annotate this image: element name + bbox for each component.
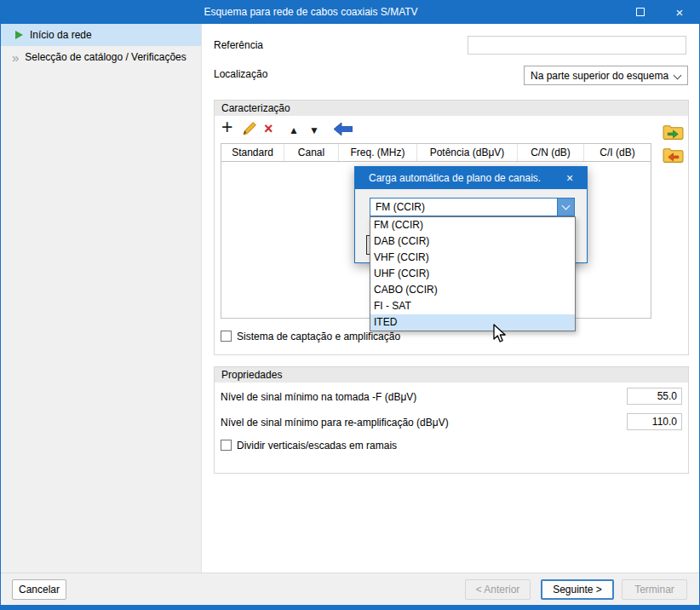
folder-red-arrow-icon [663, 146, 684, 164]
window-title: Esquema para rede de cabos coaxiais S/MA… [1, 6, 621, 18]
nivel-reamplificacao-label: Nível de sinal mínimo para re-amplificaç… [221, 417, 449, 429]
edit-button[interactable] [242, 120, 258, 138]
nivel-tomada-label: Nível de sinal mínimo na tomada -F (dBμV… [221, 391, 416, 403]
cancel-button[interactable]: Cancelar [12, 579, 66, 600]
localizacao-dropdown[interactable]: Na parte superior do esquema [524, 66, 688, 85]
sistema-captacao-label: Sistema de captação e amplificação [237, 331, 400, 342]
column-header-freq: Freq. (MHz) [339, 144, 417, 161]
sidebar-item-label: Selecção de catálogo / Verificações [25, 51, 186, 63]
sistema-captacao-checkbox[interactable] [221, 331, 232, 342]
titlebar: Esquema para rede de cabos coaxiais S/MA… [1, 0, 699, 24]
maximize-button[interactable] [621, 0, 660, 24]
option-vhf-ccir[interactable]: VHF (CCIR) [370, 250, 575, 266]
sidebar-item-seleccao-catalogo[interactable]: » Selecção de catálogo / Verificações [1, 46, 201, 68]
channels-table-header: Standard Canal Freq. (MHz) Potência (dBμ… [221, 144, 651, 162]
sidebar-item-label: Início da rede [30, 29, 92, 41]
dialog-window: Esquema para rede de cabos coaxiais S/MA… [0, 0, 700, 610]
move-down-button[interactable]: ▼ [309, 125, 319, 135]
dropdown-open-button[interactable] [557, 199, 574, 216]
plano-canais-options-list: FM (CCIR) DAB (CCIR) VHF (CCIR) UHF (CCI… [370, 216, 576, 331]
export-catalog-button[interactable] [662, 145, 684, 164]
option-dab-ccir[interactable]: DAB (CCIR) [370, 233, 575, 250]
finish-button[interactable]: Terminar [622, 579, 687, 600]
modal-close-button[interactable]: × [559, 170, 580, 186]
referencia-input[interactable] [468, 36, 686, 55]
caracterizacao-group-title: Caracterização [215, 101, 688, 116]
back-arrow-button[interactable] [334, 123, 353, 137]
plano-canais-dropdown[interactable]: FM (CCIR) [370, 198, 575, 216]
localizacao-label: Localização [214, 68, 267, 80]
play-icon [15, 31, 23, 39]
modal-titlebar: Carga automática de plano de canais. × [355, 167, 587, 189]
chevrons-icon: » [12, 50, 19, 65]
option-cabo-ccir[interactable]: CABO (CCIR) [370, 282, 575, 298]
nivel-reamplificacao-input[interactable]: 110.0 [627, 413, 682, 430]
folder-green-arrow-icon [663, 123, 684, 141]
column-header-potencia: Potência (dBμV) [417, 144, 518, 161]
option-fi-sat[interactable]: FI - SAT [370, 298, 575, 314]
localizacao-value: Na parte superior do esquema [531, 70, 668, 82]
option-uhf-ccir[interactable]: UHF (CCIR) [370, 266, 575, 282]
move-up-button[interactable]: ▲ [289, 125, 299, 135]
dividir-verticais-checkbox[interactable] [221, 440, 232, 451]
mouse-cursor [492, 324, 511, 344]
delete-button[interactable]: × [264, 121, 273, 136]
sidebar-item-inicio-da-rede[interactable]: Início da rede [1, 24, 201, 46]
column-header-standard: Standard [221, 144, 284, 161]
referencia-label: Referência [214, 39, 263, 51]
dividir-verticais-label: Dividir verticais/escadas em ramais [237, 440, 397, 452]
blue-left-arrow-icon [334, 123, 353, 135]
window-bottom-border [1, 605, 699, 610]
column-header-canal: Canal [284, 144, 339, 161]
chevron-down-icon [674, 72, 682, 80]
previous-button[interactable]: < Anterior [465, 579, 531, 600]
import-catalog-button[interactable] [662, 122, 684, 141]
option-ited[interactable]: ITED [370, 314, 575, 331]
add-button[interactable]: + [221, 118, 232, 137]
option-fm-ccir[interactable]: FM (CCIR) [370, 217, 575, 233]
pencil-icon [242, 120, 258, 136]
next-button[interactable]: Seguinte > [541, 579, 614, 600]
sidebar: Início da rede » Selecção de catálogo / … [1, 24, 202, 573]
maximize-icon [636, 8, 645, 16]
column-header-ci: C/I (dB) [584, 144, 651, 161]
chevron-down-icon [562, 202, 571, 210]
footer-bar: Cancelar < Anterior Seguinte > Terminar [1, 573, 699, 605]
modal-title: Carga automática de plano de canais. [369, 172, 541, 184]
column-header-cn: C/N (dB) [518, 144, 584, 161]
nivel-tomada-input[interactable]: 55.0 [627, 388, 682, 405]
propriedades-group-title: Propriedades [215, 367, 688, 383]
plano-canais-value: FM (CCIR) [376, 201, 425, 213]
close-button[interactable]: × [660, 0, 699, 24]
